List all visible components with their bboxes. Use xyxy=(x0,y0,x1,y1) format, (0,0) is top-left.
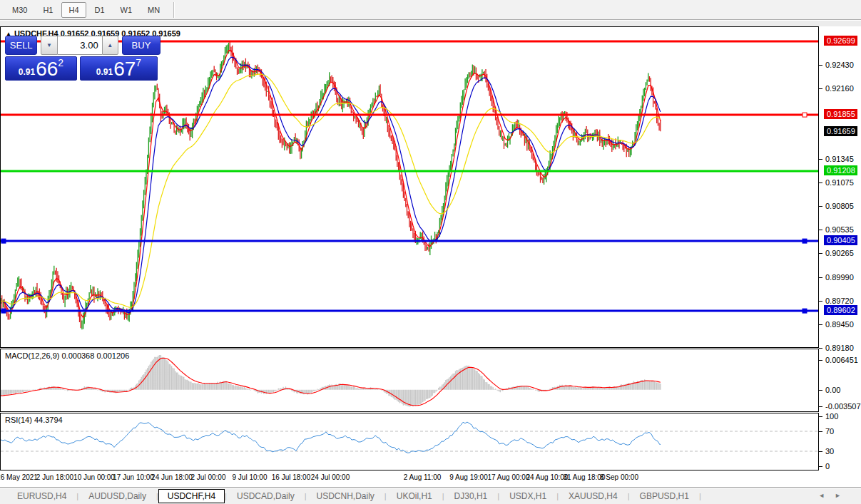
ma-mid-line xyxy=(1,57,661,313)
time-axis-label: 10 Jun 00:00 xyxy=(73,473,115,481)
rsi-canvas xyxy=(1,413,818,470)
price-level-badge: 0.91659 xyxy=(824,126,857,136)
time-axis-label: 8 Sep 00:00 xyxy=(600,473,638,481)
candles-down xyxy=(2,41,661,328)
macd-signal-line xyxy=(1,358,661,406)
price-level-badge: 0.92699 xyxy=(824,36,857,46)
axis-tick-mark xyxy=(819,206,822,207)
tab-usdx[interactable]: USDX,H1 xyxy=(499,490,556,503)
axis-tick-mark xyxy=(819,466,822,467)
axis-tick-mark xyxy=(819,431,822,432)
timeframe-button-mn[interactable]: MN xyxy=(141,2,167,18)
macd-tick-label: 0.006451 xyxy=(825,356,858,364)
price-tick-label: 0.89450 xyxy=(825,320,854,329)
timeframe-buttons: M30H1H4D1W1MN xyxy=(4,2,168,18)
chart-tabs: EURUSD,H4|AUDUSD,Daily|USDCHF,H4|USDCAD,… xyxy=(7,489,701,503)
price-tick-label: 0.90535 xyxy=(825,225,854,234)
chart-tabbar: EURUSD,H4|AUDUSD,Daily|USDCHF,H4|USDCAD,… xyxy=(0,488,861,504)
ma-slow-line xyxy=(1,74,661,307)
axis-tick-mark xyxy=(819,416,822,417)
tab-scroll-right-icon[interactable]: ► xyxy=(835,492,841,499)
bid-price-pip-digit: 2 xyxy=(58,58,63,68)
time-axis-label: 17 Aug 00:00 xyxy=(488,473,530,481)
macd-tick-label: -0.003507 xyxy=(825,402,861,411)
tab-usdcad[interactable]: USDCAD,Daily xyxy=(227,490,305,503)
hline-handle-right[interactable] xyxy=(803,239,807,243)
candles-up xyxy=(1,43,648,330)
tab-eurusd[interactable]: EURUSD,H4 xyxy=(7,490,76,503)
tab-dj30[interactable]: DJ30,H1 xyxy=(444,490,498,503)
axis-tick-mark xyxy=(819,253,822,254)
axis-tick-mark xyxy=(819,65,822,66)
time-axis-label: 9 Aug 19:00 xyxy=(449,473,487,481)
bid-price-prefix: 0.91 xyxy=(19,67,35,77)
bid-price-big-digits: 66 xyxy=(36,59,58,79)
price-tick-label: 0.90805 xyxy=(825,202,854,210)
one-click-trading-panel: SELL ▼ ▲ BUY 0.91 66 2 0.91 67 7 xyxy=(5,36,161,81)
hline-handle-right[interactable] xyxy=(803,113,807,117)
time-axis-label: 31 Aug 18:00 xyxy=(564,473,606,481)
macd-histogram xyxy=(1,355,661,406)
volume-input[interactable] xyxy=(58,36,102,55)
ask-price-prefix: 0.91 xyxy=(96,67,113,77)
tab-separator: | xyxy=(699,492,701,500)
rsi-label: RSI(14) 44.3794 xyxy=(5,416,63,424)
timeframe-button-h4[interactable]: H4 xyxy=(61,2,86,18)
time-axis-label: 16 Jul 18:00 xyxy=(272,473,311,481)
arrow-up-icon: ▲ xyxy=(107,42,113,48)
tab-gbpusd[interactable]: GBPUSD,H1 xyxy=(630,490,699,503)
window-strip xyxy=(0,21,861,26)
timeframe-button-m30[interactable]: M30 xyxy=(5,2,34,18)
rsi-pane[interactable]: RSI(14) 44.3794 xyxy=(0,413,819,470)
time-axis-label: 2 Jun 18:00 xyxy=(36,473,73,481)
timeframe-button-h1[interactable]: H1 xyxy=(36,2,60,18)
axis-tick-mark xyxy=(819,159,822,160)
time-axis-label: 26 May 2021 xyxy=(0,473,38,481)
ask-price-pip-digit: 7 xyxy=(136,58,141,68)
time-axis[interactable]: 26 May 20212 Jun 18:0010 Jun 00:0017 Jun… xyxy=(0,470,861,486)
price-tick-label: 0.89990 xyxy=(825,273,854,282)
timeframe-toolbar: M30H1H4D1W1MN xyxy=(0,0,861,20)
tab-scroll-controls: ◄ ► xyxy=(818,492,841,499)
axis-tick-mark xyxy=(819,360,822,361)
tab-xauusd[interactable]: XAUUSD,H4 xyxy=(559,490,628,503)
hline-handle-left[interactable] xyxy=(1,239,6,243)
price-level-badge: 0.89602 xyxy=(824,305,857,315)
timeframe-button-w1[interactable]: W1 xyxy=(113,2,140,18)
hline-handle-right[interactable] xyxy=(803,309,807,313)
rsi-tick-label: 100 xyxy=(825,412,838,421)
rsi-tick-label: 0 xyxy=(825,462,830,470)
axis-tick-mark xyxy=(819,182,822,183)
axis-tick-mark xyxy=(819,230,822,230)
tab-usdcnh[interactable]: USDCNH,Daily xyxy=(307,490,384,503)
price-axis[interactable]: 0.924300.921600.913450.910750.908050.905… xyxy=(819,26,861,470)
hline-handle-left[interactable] xyxy=(1,309,6,313)
tab-usdchf[interactable]: USDCHF,H4 xyxy=(158,489,225,503)
tab-audusd[interactable]: AUDUSD,Daily xyxy=(78,490,156,503)
time-axis-label: 24 Aug 10:00 xyxy=(526,473,569,481)
macd-label: MACD(12,26,9) 0.000368 0.001206 xyxy=(5,351,129,360)
timeframe-button-d1[interactable]: D1 xyxy=(88,2,112,18)
time-axis-label: 24 Jul 00:00 xyxy=(311,473,350,481)
axis-tick-mark xyxy=(819,301,822,302)
price-tick-label: 0.91075 xyxy=(825,178,854,187)
bid-price-display[interactable]: 0.91 66 2 xyxy=(5,56,77,81)
toolbar-separator xyxy=(173,2,174,18)
volume-increase-button[interactable]: ▲ xyxy=(102,36,118,55)
price-tick-label: 0.92430 xyxy=(825,61,854,69)
ask-price-display[interactable]: 0.91 67 7 xyxy=(80,56,158,81)
tab-scroll-left-icon[interactable]: ◄ xyxy=(818,492,825,499)
axis-tick-mark xyxy=(819,324,822,325)
price-level-badge: 0.91855 xyxy=(824,109,857,119)
rsi-line xyxy=(1,422,661,453)
buy-button[interactable]: BUY xyxy=(122,36,161,55)
price-tick-label: 0.91345 xyxy=(825,155,854,163)
rsi-tick-label: 30 xyxy=(825,447,834,456)
volume-decrease-button[interactable]: ▼ xyxy=(41,36,57,55)
ask-price-big-digits: 67 xyxy=(113,59,136,79)
tab-ukoil[interactable]: UKOil,H1 xyxy=(387,490,442,503)
time-axis-label: 17 Jun 10:00 xyxy=(113,473,154,481)
macd-pane[interactable]: MACD(12,26,9) 0.000368 0.001206 xyxy=(0,349,819,412)
sell-button[interactable]: SELL xyxy=(5,36,37,55)
axis-tick-mark xyxy=(819,406,822,407)
